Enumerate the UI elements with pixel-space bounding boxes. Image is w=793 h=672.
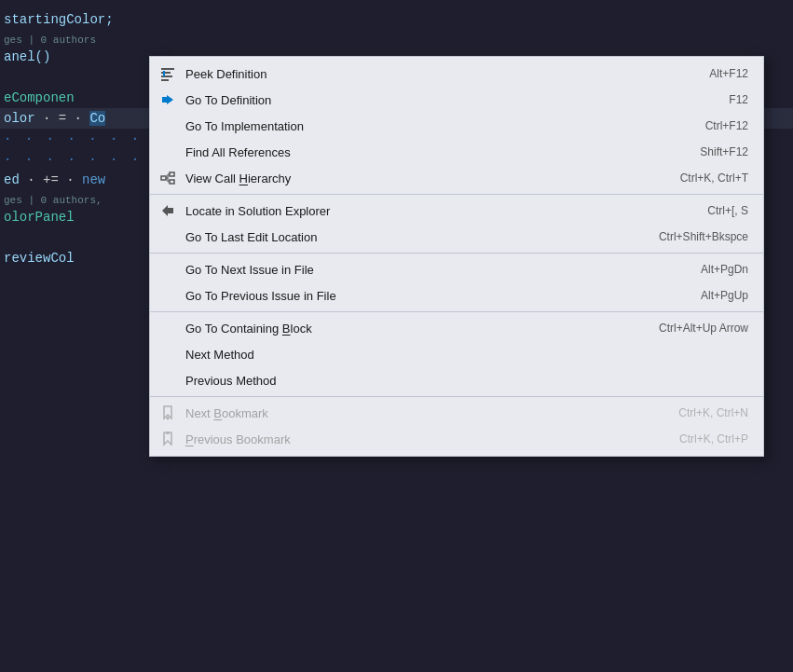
menu-item-next-bookmark[interactable]: Next Bookmark Ctrl+K, Ctrl+N (150, 400, 763, 426)
next-bookmark-icon (157, 405, 178, 420)
previous-bookmark-label: Previous Bookmark (185, 432, 635, 446)
containing-block-label: Go To Containing Block (185, 322, 614, 336)
containing-block-shortcut: Ctrl+Alt+Up Arrow (659, 322, 748, 335)
context-menu: Peek Definition Alt+F12 Go To Definition… (149, 56, 764, 457)
prev-bookmark-icon (157, 432, 178, 446)
view-call-hierarchy-shortcut: Ctrl+K, Ctrl+T (680, 171, 748, 185)
svg-rect-2 (161, 75, 172, 77)
locate-icon (157, 203, 178, 218)
last-edit-shortcut: Ctrl+Shift+Bkspce (659, 230, 748, 243)
svg-marker-6 (167, 95, 173, 104)
menu-item-view-call-hierarchy[interactable]: View Call Hierarchy Ctrl+K, Ctrl+T (150, 165, 763, 191)
menu-item-go-to-definition[interactable]: Go To Definition F12 (150, 87, 763, 113)
separator-3 (150, 311, 763, 312)
svg-marker-14 (162, 205, 173, 216)
prev-issue-label: Go To Previous Issue in File (185, 289, 656, 303)
menu-item-locate-solution[interactable]: Locate in Solution Explorer Ctrl+[, S (150, 198, 763, 224)
separator-2 (150, 253, 763, 254)
previous-method-label: Previous Method (185, 374, 704, 388)
menu-item-next-method[interactable]: Next Method (150, 341, 763, 367)
separator-1 (150, 194, 763, 195)
find-all-references-shortcut: Shift+F12 (700, 145, 748, 158)
menu-item-last-edit[interactable]: Go To Last Edit Location Ctrl+Shift+Bksp… (150, 224, 763, 250)
find-all-references-label: Find All References (185, 145, 655, 159)
svg-rect-9 (170, 180, 174, 184)
last-edit-label: Go To Last Edit Location (185, 230, 614, 244)
code-top-line: startingColor; (4, 9, 789, 30)
svg-rect-7 (161, 176, 166, 180)
menu-item-previous-bookmark[interactable]: Previous Bookmark Ctrl+K, Ctrl+P (150, 426, 763, 452)
menu-item-find-all-references[interactable]: Find All References Shift+F12 (150, 139, 763, 165)
go-to-implementation-shortcut: Ctrl+F12 (705, 119, 748, 132)
svg-rect-8 (170, 172, 174, 176)
next-method-label: Next Method (185, 348, 704, 362)
hierarchy-icon (157, 171, 178, 185)
next-bookmark-label: Next Bookmark (185, 406, 634, 420)
svg-rect-1 (161, 72, 171, 74)
peek-definition-label: Peek Definition (185, 67, 664, 81)
menu-item-peek-definition[interactable]: Peek Definition Alt+F12 (150, 61, 763, 87)
menu-item-go-to-implementation[interactable]: Go To Implementation Ctrl+F12 (150, 113, 763, 139)
menu-item-next-issue[interactable]: Go To Next Issue in File Alt+PgDn (150, 256, 763, 282)
separator-4 (150, 396, 763, 397)
view-call-hierarchy-label: View Call Hierarchy (185, 171, 636, 185)
menu-item-prev-issue[interactable]: Go To Previous Issue in File Alt+PgUp (150, 282, 763, 309)
next-issue-shortcut: Alt+PgDn (701, 263, 748, 276)
svg-rect-3 (161, 79, 169, 81)
go-to-implementation-label: Go To Implementation (185, 119, 661, 133)
arrow-right-icon (157, 92, 178, 107)
next-issue-label: Go To Next Issue in File (185, 263, 656, 277)
previous-bookmark-shortcut: Ctrl+K, Ctrl+P (679, 432, 748, 446)
menu-item-containing-block[interactable]: Go To Containing Block Ctrl+Alt+Up Arrow (150, 315, 763, 341)
locate-solution-shortcut: Ctrl+[, S (707, 204, 748, 217)
locate-solution-label: Locate in Solution Explorer (185, 204, 663, 218)
prev-issue-shortcut: Alt+PgUp (701, 289, 748, 302)
peek-icon (157, 66, 178, 81)
svg-rect-0 (161, 68, 174, 70)
svg-marker-17 (166, 418, 170, 420)
menu-item-previous-method[interactable]: Previous Method (150, 367, 763, 393)
go-to-definition-label: Go To Definition (185, 93, 684, 107)
svg-rect-4 (163, 71, 165, 76)
next-bookmark-shortcut: Ctrl+K, Ctrl+N (678, 406, 748, 419)
peek-definition-shortcut: Alt+F12 (709, 67, 748, 80)
go-to-definition-shortcut: F12 (729, 93, 748, 106)
svg-rect-5 (162, 97, 167, 103)
